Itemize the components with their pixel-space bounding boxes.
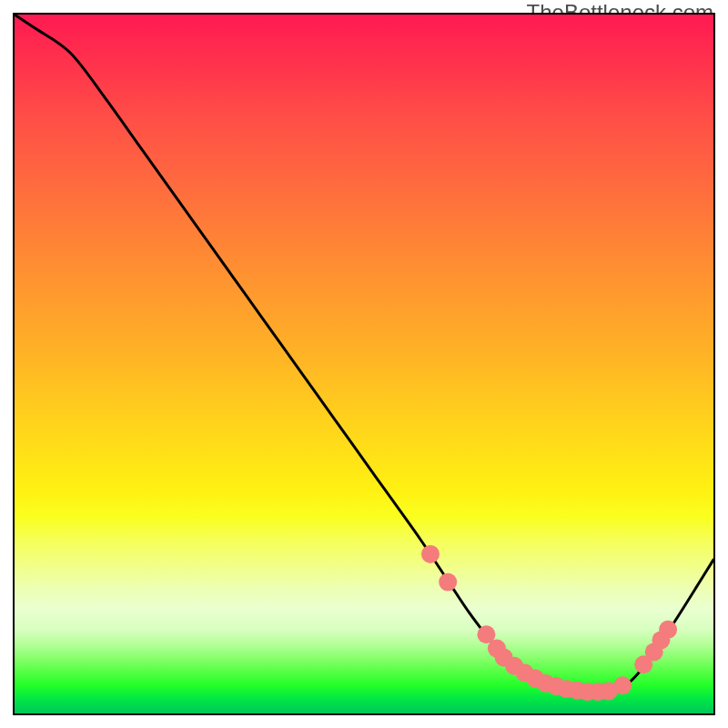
- chart-container: TheBottleneck.com: [0, 0, 728, 728]
- plot-area: [13, 13, 715, 715]
- gradient-background: [15, 15, 713, 713]
